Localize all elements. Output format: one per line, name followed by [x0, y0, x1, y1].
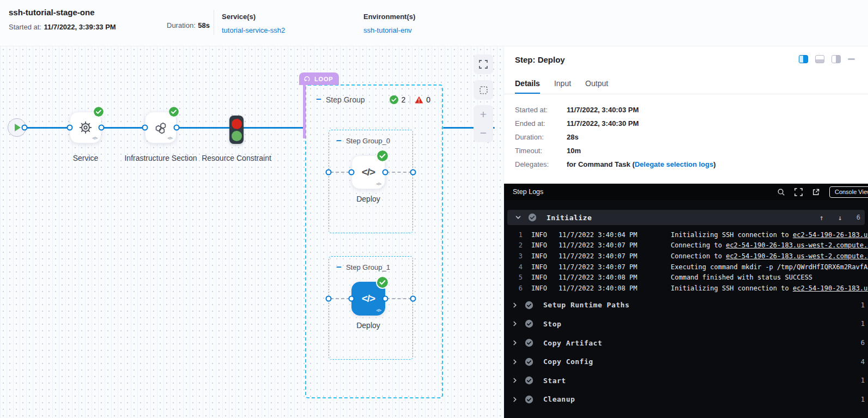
dashed-edge	[330, 298, 350, 299]
log-section-cleanup[interactable]: Cleanup 1	[504, 390, 868, 409]
line-time: 11/7/2022 3:40:08 PM	[559, 284, 650, 292]
step-group-1-header[interactable]: − Step Group_1	[336, 263, 390, 271]
node-infrastructure[interactable]: </>	[145, 112, 177, 143]
step-logs-panel: Step Logs	[504, 184, 868, 418]
console-view-toggle[interactable]: Console View	[829, 186, 868, 198]
log-section-copy-config[interactable]: Copy Config 4	[504, 352, 868, 371]
service-link[interactable]: tutorial-service-ssh2	[222, 26, 285, 34]
success-check-icon	[169, 107, 179, 117]
search-icon	[777, 188, 785, 196]
success-check-icon	[525, 395, 533, 404]
node-label-service: Service	[47, 153, 124, 164]
detail-value: 11/7/2022, 3:40:03 PM	[567, 106, 639, 114]
log-section-title: Setup Runtime Paths	[543, 301, 629, 309]
canvas-select-button[interactable]	[474, 80, 493, 100]
line-level: INFO	[531, 274, 556, 281]
log-section-setup-runtime-paths[interactable]: Setup Runtime Paths 1	[504, 296, 868, 315]
log-section-copy-artifact[interactable]: Copy Artifact 6	[504, 334, 868, 353]
node-resource-constraint[interactable]	[229, 116, 244, 144]
step-details-panel: Step: Deploy Details Input Output	[504, 46, 868, 418]
log-lines: 1 INFO 11/7/2022 3:40:04 PM Initializing…	[504, 225, 868, 296]
stage-title: ssh-tutorial-stage-one	[9, 8, 167, 17]
line-message: Command finished with status SUCCESS	[671, 274, 812, 281]
loop-icon	[304, 76, 311, 82]
zoom-in-button[interactable]: +	[480, 110, 487, 119]
started-at: Started at: 11/7/2022, 3:39:33 PM	[9, 22, 167, 32]
success-check-icon	[390, 95, 398, 104]
detail-label: Timeout:	[515, 147, 567, 155]
line-message: Initializing SSH connection to ec2-54-19…	[671, 284, 868, 292]
log-search-button[interactable]	[777, 188, 785, 196]
step-logs-bar: Step Logs	[504, 184, 868, 200]
step-title: Step: Deploy	[515, 55, 565, 64]
log-fullscreen-button[interactable]	[794, 188, 803, 196]
fullscreen-icon	[794, 188, 803, 196]
collapse-icon[interactable]: −	[336, 264, 342, 271]
log-line-count: 1	[861, 396, 865, 403]
chevron-right-icon	[512, 340, 518, 346]
tab-details[interactable]: Details	[515, 79, 540, 94]
dashed-edge	[386, 298, 412, 299]
success-count: 2	[401, 95, 405, 104]
gear-icon	[78, 120, 93, 135]
port	[67, 125, 73, 131]
host-link[interactable]: ec2-54-190-26-183.us-west-2.compute.a	[726, 252, 868, 260]
log-section-initialize[interactable]: Initialize ↑ ↓ 6	[507, 210, 865, 225]
code-glyph: </>	[376, 181, 381, 186]
services-block: Service(s) tutorial-service-ssh2	[222, 13, 363, 35]
host-link[interactable]: ec2-54-190-26-183.us	[793, 284, 868, 292]
chevron-right-icon	[512, 302, 518, 308]
traffic-green-light	[232, 131, 242, 141]
environment-link[interactable]: ssh-tutorial-env	[363, 26, 412, 34]
error-count: 0	[426, 95, 430, 104]
layout-bottom-icon[interactable]	[815, 55, 824, 63]
line-time: 11/7/2022 3:40:04 PM	[559, 231, 650, 239]
host-link[interactable]: ec2-54-190-26-183.us-west-2.compute.a	[726, 241, 868, 249]
host-link[interactable]: ec2-54-190-26-183.us	[793, 231, 868, 239]
collapse-icon[interactable]: −	[336, 137, 342, 145]
node-label-infrastructure: Infrastructure Section	[123, 153, 199, 164]
line-number: 4	[504, 263, 523, 271]
pipeline-canvas[interactable]: </> Service </>	[0, 46, 504, 418]
detail-row: Timeout: 10m	[515, 147, 868, 155]
execution-header: ssh-tutorial-stage-one Started at: 11/7/…	[0, 0, 868, 46]
success-check-icon	[525, 301, 533, 310]
layout-right-icon[interactable]	[831, 55, 841, 63]
detail-row-delegates: Delegates: for Command Task (Delegate se…	[515, 160, 868, 168]
stage-summary: ssh-tutorial-stage-one Started at: 11/7/…	[9, 8, 167, 32]
loop-label: LOOP	[314, 76, 333, 82]
delegate-selection-logs-link[interactable]: Delegate selection logs	[635, 160, 714, 168]
port	[326, 296, 332, 302]
log-section-title: Copy Artifact	[543, 339, 602, 347]
detail-value: 10m	[567, 147, 581, 155]
scroll-down-button[interactable]: ↓	[838, 214, 842, 222]
log-section-start[interactable]: Start 1	[504, 371, 868, 390]
log-open-new-tab-button[interactable]	[812, 188, 820, 196]
detail-label: Delegates:	[515, 160, 567, 168]
line-number: 5	[504, 274, 523, 281]
step-detail-rows: Started at: 11/7/2022, 3:40:03 PM Ended …	[515, 106, 868, 168]
duration: Duration: 58s	[167, 20, 214, 30]
step-group-header[interactable]: − Step Group 2 0	[316, 95, 430, 104]
step-group-0-header[interactable]: − Step Group_0	[336, 137, 390, 145]
log-line: 4 INFO 11/7/2022 3:40:07 PM Executing co…	[504, 262, 868, 272]
scroll-up-button[interactable]: ↑	[820, 214, 824, 222]
minimize-icon[interactable]	[848, 58, 855, 60]
tab-output[interactable]: Output	[585, 79, 608, 94]
layout-split-right-icon[interactable]	[799, 55, 808, 63]
collapse-icon[interactable]: −	[316, 96, 321, 104]
tab-input[interactable]: Input	[554, 79, 571, 94]
log-section-title: Stop	[543, 320, 561, 328]
step-group-0-label: Step Group_0	[346, 137, 390, 145]
line-message: Connecting to ec2-54-190-26-183.us-west-…	[671, 241, 868, 249]
detail-label: Started at:	[515, 106, 567, 114]
code-glyph: </>	[167, 136, 172, 141]
line-message: Initializing SSH connection to ec2-54-19…	[671, 231, 868, 239]
log-section-stop[interactable]: Stop 1	[504, 314, 868, 334]
canvas-fullscreen-button[interactable]	[474, 54, 493, 74]
node-service[interactable]: </>	[70, 112, 101, 143]
node-label-deploy-0: Deploy	[330, 193, 406, 205]
line-level: INFO	[531, 231, 556, 239]
code-glyph: </>	[376, 308, 381, 313]
zoom-out-button[interactable]: −	[480, 128, 487, 138]
